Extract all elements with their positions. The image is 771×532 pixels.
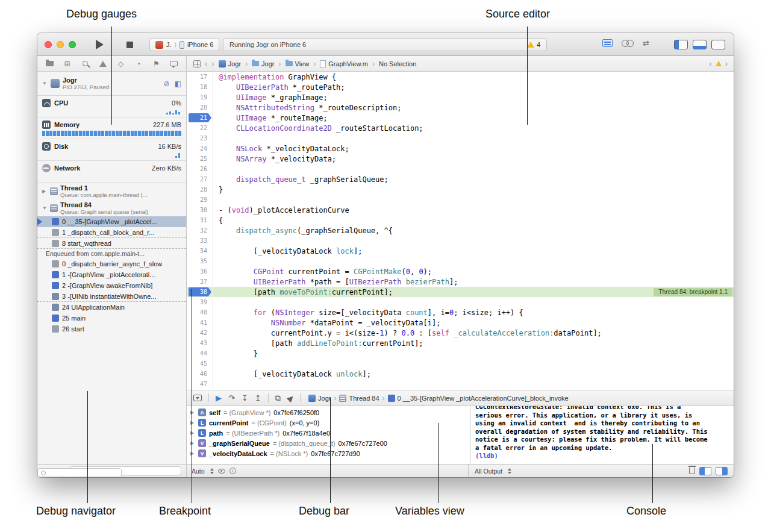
code-line[interactable]: 43 [path addLineToPoint:currentPoint]; bbox=[187, 338, 734, 348]
stack-frame-row[interactable]: 1 _dispatch_call_block_and_r... bbox=[37, 227, 186, 238]
quicklook-icon[interactable] bbox=[218, 469, 225, 474]
variable-row[interactable]: ▶Lpath = (UIBezierPath *) 0x7fe67f18a4e0 bbox=[187, 428, 469, 438]
code-line[interactable]: 27 dispatch_queue_t _graphSerialQueue; bbox=[187, 174, 734, 184]
line-number-gutter[interactable]: 18 bbox=[187, 82, 213, 92]
code-line[interactable]: 40 for (NSInteger size=[_velocityData co… bbox=[187, 307, 734, 318]
line-number-gutter[interactable]: 37 bbox=[187, 277, 213, 287]
standard-editor-button[interactable] bbox=[602, 39, 613, 47]
line-number-gutter[interactable]: 26 bbox=[187, 164, 213, 174]
code-line[interactable]: 23 bbox=[187, 133, 734, 143]
next-issue-button[interactable]: › bbox=[725, 59, 728, 68]
code-line[interactable]: 33 bbox=[187, 236, 734, 246]
console-scope-popup[interactable]: All Output bbox=[475, 468, 502, 475]
stack-frame-row[interactable]: 25 main bbox=[37, 313, 186, 324]
step-into-button[interactable]: ↧ bbox=[242, 394, 248, 402]
clear-console-button[interactable] bbox=[689, 468, 695, 474]
run-button[interactable] bbox=[96, 40, 104, 49]
hide-debug-area-button[interactable] bbox=[193, 395, 202, 401]
forward-button[interactable]: › bbox=[211, 59, 214, 68]
code-line[interactable]: 46 [_velocityDataLock unlock]; bbox=[187, 369, 734, 379]
report-navigator-icon[interactable] bbox=[169, 59, 179, 69]
print-description-icon[interactable]: i bbox=[229, 468, 236, 474]
thread-row[interactable]: ▶Thread 1Queue: com.apple.main-thread (.… bbox=[37, 183, 186, 199]
line-number-gutter[interactable]: 22 bbox=[187, 123, 213, 133]
gauge-row-network[interactable]: NetworkZero KB/s bbox=[37, 161, 186, 183]
console[interactable]: CGContextRestoreGState: invalid context … bbox=[470, 406, 734, 464]
code-line[interactable]: 30- (void)_plotAccelerationCurve bbox=[187, 205, 734, 215]
code-line[interactable]: 39 bbox=[187, 297, 734, 307]
code-line[interactable]: 35 bbox=[187, 256, 734, 266]
code-line[interactable]: 44 } bbox=[187, 348, 734, 358]
close-button[interactable] bbox=[45, 41, 52, 48]
line-number-gutter[interactable]: 23 bbox=[187, 133, 213, 143]
variable-row[interactable]: ▶Aself = (GraphView *) 0x7fe67f6250f0 bbox=[187, 407, 469, 418]
toggle-console-button[interactable] bbox=[716, 467, 728, 475]
view-hierarchy-button[interactable]: ⧉ bbox=[275, 394, 281, 402]
code-line[interactable]: 22 CLLocationCoordinate2D _routeStartLoc… bbox=[187, 123, 734, 133]
continue-button[interactable]: ▶ bbox=[216, 394, 222, 402]
toggle-debug-area-button[interactable] bbox=[693, 40, 707, 49]
variable-row[interactable]: ▶V_graphSerialQueue = (dispatch_queue_t)… bbox=[187, 438, 469, 448]
stack-frame-row[interactable]: 0 __35-[GraphView _plotAccel... bbox=[37, 216, 186, 227]
stack-frame-row[interactable]: 2 -[GraphView awakeFromNib] bbox=[37, 280, 186, 291]
jumpbar-item[interactable]: No Selection bbox=[379, 60, 416, 67]
debug-breadcrumb-item[interactable]: Thread 84 bbox=[339, 395, 379, 402]
assistant-editor-button[interactable] bbox=[622, 39, 634, 47]
line-number-gutter[interactable]: 19 bbox=[187, 92, 213, 102]
code-line[interactable]: 24 NSLock *_velocityDataLock; bbox=[187, 143, 734, 154]
stack-frame-row[interactable]: 8 start_wqthread bbox=[37, 238, 186, 249]
line-number-gutter[interactable]: 29 bbox=[187, 195, 213, 205]
line-number-gutter[interactable]: 30 bbox=[187, 205, 213, 215]
jumpbar-item[interactable]: GraphView.m bbox=[320, 60, 368, 67]
code-line[interactable]: 28} bbox=[187, 184, 734, 195]
code-line[interactable]: 20 NSAttributedString *_routeDescription… bbox=[187, 102, 734, 113]
line-number-gutter[interactable]: 17 bbox=[187, 72, 213, 82]
view-mode-icon[interactable]: ◧ bbox=[175, 80, 181, 88]
code-line[interactable]: 38 [path moveToPoint:currentPoint];Threa… bbox=[187, 287, 734, 297]
stack-frame-row[interactable]: 26 start bbox=[37, 324, 186, 334]
stop-button[interactable] bbox=[126, 42, 133, 48]
code-line[interactable]: 18 UIBezierPath *_routePath; bbox=[187, 82, 734, 92]
variable-row[interactable]: ▶LcurrentPoint = (CGPoint) (x=0, y=0) bbox=[187, 418, 469, 428]
step-over-button[interactable]: ↷ bbox=[228, 394, 235, 402]
breakpoint-navigator-icon[interactable]: ⚑ bbox=[151, 59, 161, 69]
code-line[interactable]: 17@implementation GraphView { bbox=[187, 72, 734, 82]
search-navigator-icon[interactable] bbox=[80, 59, 90, 69]
gauge-row-disk[interactable]: Disk16 KB/s bbox=[37, 139, 186, 161]
code-line[interactable]: 47 bbox=[187, 379, 734, 389]
code-line[interactable]: 42 currentPoint.y = i<(size-1) ? 0.0 : [… bbox=[187, 328, 734, 338]
line-number-gutter[interactable]: 25 bbox=[187, 154, 213, 164]
scheme-selector[interactable]: J. 〉 iPhone 6 bbox=[149, 38, 219, 51]
line-number-gutter[interactable]: 31 bbox=[187, 215, 213, 225]
code-line[interactable]: 36 CGPoint currentPoint = CGPointMake(0,… bbox=[187, 266, 734, 277]
step-out-button[interactable]: ↥ bbox=[255, 394, 261, 402]
debug-breadcrumb-item[interactable]: Jogr bbox=[308, 395, 331, 402]
toggle-utilities-button[interactable] bbox=[711, 40, 725, 49]
line-number-gutter[interactable]: 32 bbox=[187, 225, 213, 236]
jumpbar-item[interactable]: Jogr bbox=[219, 60, 241, 67]
debug-navigator-icon[interactable]: ◔ bbox=[134, 59, 143, 69]
previous-issue-button[interactable]: ‹ bbox=[709, 59, 711, 68]
stack-frame-row[interactable]: 3 -[UINib instantiateWithOwne... bbox=[37, 291, 186, 302]
code-line[interactable]: 41 NSNumber *dataPoint = _velocityData[i… bbox=[187, 318, 734, 328]
symbol-navigator-icon[interactable]: ⊞ bbox=[63, 59, 72, 69]
disclosure-open-icon[interactable]: ▼ bbox=[42, 205, 48, 211]
minimize-button[interactable] bbox=[57, 41, 64, 48]
stack-frame-row[interactable]: 24 UIApplicationMain bbox=[37, 302, 186, 313]
project-navigator-icon[interactable] bbox=[45, 59, 54, 69]
code-line[interactable]: 26 bbox=[187, 164, 734, 174]
line-number-gutter[interactable]: 35 bbox=[187, 256, 213, 266]
stack-frame-row[interactable]: 1 -[GraphView _plotAccelerati... bbox=[37, 269, 186, 280]
jumpbar-item[interactable]: View bbox=[286, 60, 310, 67]
line-number-gutter[interactable]: 27 bbox=[187, 174, 213, 184]
code-line[interactable]: 31{ bbox=[187, 215, 734, 225]
code-line[interactable]: 34 [_velocityDataLock lock]; bbox=[187, 246, 734, 256]
code-line[interactable]: 37 UIBezierPath *path = [UIBezierPath be… bbox=[187, 277, 734, 287]
thread-row[interactable]: ▼Thread 84Queue: Graph serial queue (ser… bbox=[37, 199, 186, 216]
line-number-gutter[interactable]: 24 bbox=[187, 143, 213, 154]
disclosure-open-icon[interactable]: ▼ bbox=[42, 81, 48, 86]
test-navigator-icon[interactable]: ◇ bbox=[116, 59, 125, 69]
zoom-button[interactable] bbox=[69, 41, 76, 48]
pause-gauges-icon[interactable]: ⊘ bbox=[164, 80, 170, 88]
code-line[interactable]: 45 bbox=[187, 358, 734, 369]
